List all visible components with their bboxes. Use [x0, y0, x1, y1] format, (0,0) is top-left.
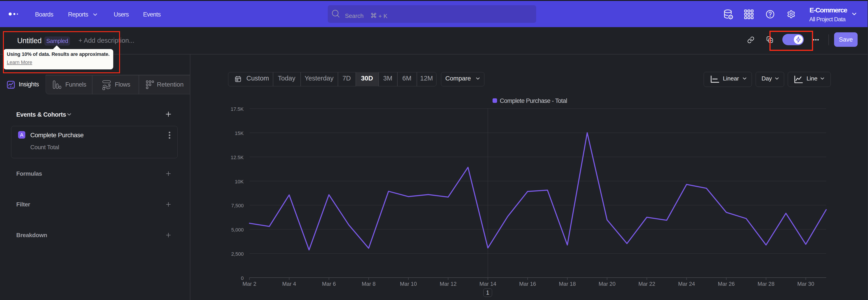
svg-text:Mar 22: Mar 22 — [638, 281, 655, 287]
svg-text:Mar 8: Mar 8 — [362, 281, 375, 287]
svg-text:Mar 16: Mar 16 — [519, 281, 536, 287]
svg-text:Mar 4: Mar 4 — [282, 281, 296, 287]
svg-text:15K: 15K — [235, 130, 244, 136]
svg-text:Mar 12: Mar 12 — [440, 281, 457, 287]
svg-text:Mar 18: Mar 18 — [559, 281, 576, 287]
svg-text:Mar 10: Mar 10 — [400, 281, 417, 287]
svg-text:0: 0 — [241, 275, 244, 281]
svg-text:Mar 30: Mar 30 — [797, 281, 814, 287]
svg-text:Mar 2: Mar 2 — [243, 281, 256, 287]
svg-text:Mar 24: Mar 24 — [678, 281, 695, 287]
svg-text:7,500: 7,500 — [231, 203, 244, 208]
svg-text:Mar 26: Mar 26 — [718, 281, 735, 287]
svg-text:5,000: 5,000 — [231, 227, 244, 233]
svg-text:2,500: 2,500 — [231, 251, 244, 257]
svg-text:10K: 10K — [235, 179, 244, 184]
svg-text:Mar 20: Mar 20 — [598, 281, 616, 287]
svg-text:Mar 6: Mar 6 — [322, 281, 336, 287]
svg-text:12.5K: 12.5K — [231, 155, 244, 160]
svg-text:Mar 28: Mar 28 — [758, 281, 775, 287]
svg-text:Mar 14: Mar 14 — [479, 281, 496, 287]
svg-text:17.5K: 17.5K — [231, 106, 244, 112]
